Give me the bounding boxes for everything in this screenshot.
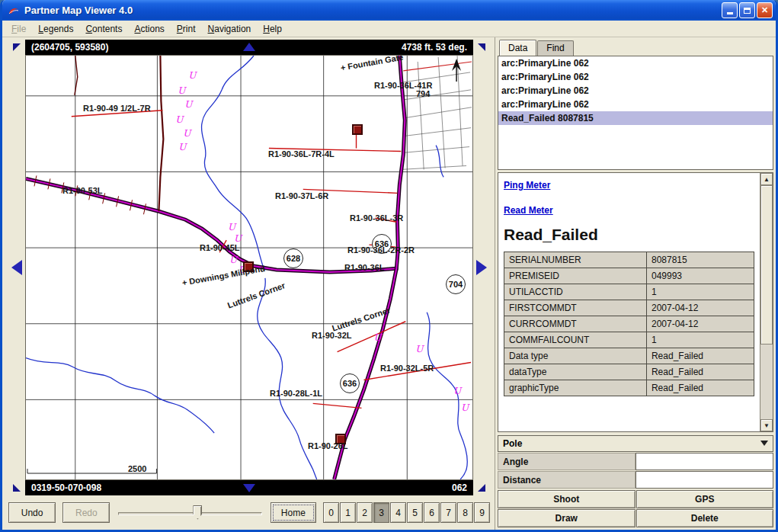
pan-northeast-button[interactable]	[473, 40, 490, 55]
table-row: FIRSTCOMMDT2007-04-12	[504, 300, 754, 316]
menu-print[interactable]: Print	[171, 21, 202, 37]
attr-value: 2007-04-12	[646, 316, 754, 332]
map-canvas[interactable]: UUU UUU UUU UUU UU 636 628 704	[25, 55, 473, 480]
pole-circle[interactable]: 628	[283, 248, 303, 268]
table-row: graphicTypeRead_Failed	[504, 380, 754, 396]
scrollbar-track[interactable]	[760, 185, 773, 419]
pan-left-button[interactable]	[8, 55, 25, 480]
map-label: R1-90-32L-5R	[380, 364, 434, 373]
pole-circle[interactable]: 636	[340, 373, 360, 393]
page-button-0[interactable]: 0	[323, 502, 339, 523]
attr-value: Read_Failed	[646, 380, 754, 396]
tab-find[interactable]: Find	[537, 40, 573, 56]
pan-northwest-button[interactable]	[8, 40, 25, 55]
zoom-slider-thumb[interactable]	[193, 505, 202, 520]
title-bar[interactable]: Partner Map Viewer 4.0 ✕	[2, 0, 776, 21]
pan-southwest-button[interactable]	[8, 480, 25, 495]
map-bottom-statusbar: 0319-50-070-098 062	[25, 480, 473, 495]
delete-button[interactable]: Delete	[636, 509, 774, 527]
maximize-button[interactable]	[739, 2, 755, 18]
map-label: R1-90-53L	[62, 186, 103, 195]
svg-text:U: U	[188, 70, 197, 81]
gps-button[interactable]: GPS	[636, 490, 774, 508]
restore-icon	[744, 8, 751, 14]
app-icon	[7, 4, 21, 18]
app-window: Partner Map Viewer 4.0 ✕ File Legends Co…	[0, 0, 778, 532]
distance-label: Distance	[498, 471, 636, 489]
draw-button[interactable]: Draw	[498, 509, 636, 527]
detail-heading: Read_Failed	[504, 226, 754, 244]
page-button-9[interactable]: 9	[474, 502, 490, 523]
list-item[interactable]: arc:PrimaryLine 062	[498, 70, 773, 84]
redo-button[interactable]: Redo	[62, 502, 110, 523]
pan-left-icon	[11, 260, 22, 275]
menu-bar: File Legends Contents Actions Print Navi…	[2, 21, 776, 37]
attr-value: 2007-04-12	[646, 300, 754, 316]
map-scale-label: 2500	[128, 464, 146, 473]
page-button-6[interactable]: 6	[424, 502, 440, 523]
menu-legends[interactable]: Legends	[32, 21, 79, 37]
distance-row: Distance	[498, 471, 773, 489]
page-button-3[interactable]: 3	[373, 502, 389, 523]
measurement-readout: 4738 ft. 53 deg.	[402, 42, 467, 53]
close-icon: ✕	[761, 5, 768, 15]
map-label: R1-90-45L	[200, 243, 240, 252]
map-label: R1-90-36L-3R	[350, 213, 403, 223]
svg-text:U: U	[184, 99, 194, 110]
zoom-slider[interactable]	[117, 504, 263, 522]
list-item[interactable]: arc:PrimaryLine 062	[498, 84, 773, 98]
page-button-2[interactable]: 2	[357, 502, 373, 523]
read-meter-link[interactable]: Read Meter	[504, 205, 553, 216]
pan-southeast-button[interactable]	[473, 480, 490, 495]
menu-file: File	[5, 21, 32, 37]
pan-northwest-icon	[13, 43, 21, 51]
shoot-button[interactable]: Shoot	[498, 490, 636, 508]
page-button-7[interactable]: 7	[440, 502, 456, 523]
page-button-1[interactable]: 1	[340, 502, 356, 523]
list-item[interactable]: arc:PrimaryLine 062	[498, 56, 773, 70]
menu-navigation[interactable]: Navigation	[202, 21, 258, 37]
svg-text:U: U	[183, 128, 192, 139]
menu-help[interactable]: Help	[257, 21, 288, 37]
attr-value: 049993	[646, 268, 754, 284]
pan-down-icon[interactable]	[243, 484, 255, 492]
list-item-selected[interactable]: Read_Failed 8087815	[498, 111, 773, 125]
page-button-4[interactable]: 4	[390, 502, 406, 523]
table-row: Data typeRead_Failed	[504, 348, 754, 364]
scrollbar-thumb[interactable]	[760, 185, 773, 345]
attr-key: PREMISEID	[504, 268, 647, 284]
page-button-5[interactable]: 5	[407, 502, 423, 523]
scroll-down-icon[interactable]: ▼	[760, 419, 773, 431]
undo-button[interactable]: Undo	[8, 502, 56, 523]
svg-text:U: U	[228, 222, 237, 232]
ping-meter-link[interactable]: Ping Meter	[504, 180, 550, 191]
menu-contents[interactable]: Contents	[79, 21, 128, 37]
map-pane: (2604705, 593580) 4738 ft. 53 deg.	[2, 37, 495, 530]
list-item[interactable]: arc:PrimaryLine 062	[498, 98, 773, 111]
attr-key: dataType	[504, 364, 647, 380]
pole-dropdown[interactable]: Pole	[498, 435, 773, 452]
pan-right-button[interactable]	[473, 55, 490, 480]
tab-data[interactable]: Data	[499, 40, 536, 56]
bottom-toolbar: Undo Redo Home 0 1 2 3 4 5 6 7 8 9	[2, 495, 495, 530]
detail-view: Ping Meter Read Meter Read_Failed SERIAL…	[498, 172, 773, 432]
attr-key: UTILACCTID	[504, 284, 647, 300]
detail-scrollbar[interactable]: ▲ ▼	[760, 173, 773, 431]
pan-southeast-icon	[478, 484, 485, 492]
page-button-8[interactable]: 8	[457, 502, 473, 523]
close-button[interactable]: ✕	[757, 2, 773, 18]
pan-right-icon	[476, 260, 487, 275]
pole-circle[interactable]: 704	[446, 274, 466, 294]
menu-actions[interactable]: Actions	[128, 21, 170, 37]
pan-up-icon[interactable]	[243, 43, 255, 51]
map-label: R1-90-37L-6R	[275, 191, 328, 200]
distance-input[interactable]	[636, 471, 773, 489]
meter-icon[interactable]	[352, 124, 363, 135]
angle-input[interactable]	[636, 453, 773, 470]
angle-row: Angle	[498, 453, 773, 470]
scroll-up-icon[interactable]: ▲	[760, 173, 773, 185]
home-button[interactable]: Home	[271, 502, 316, 523]
minimize-button[interactable]	[722, 2, 738, 18]
table-row: COMMFAILCOUNT1	[504, 332, 754, 348]
zoom-slider-track	[118, 512, 261, 515]
